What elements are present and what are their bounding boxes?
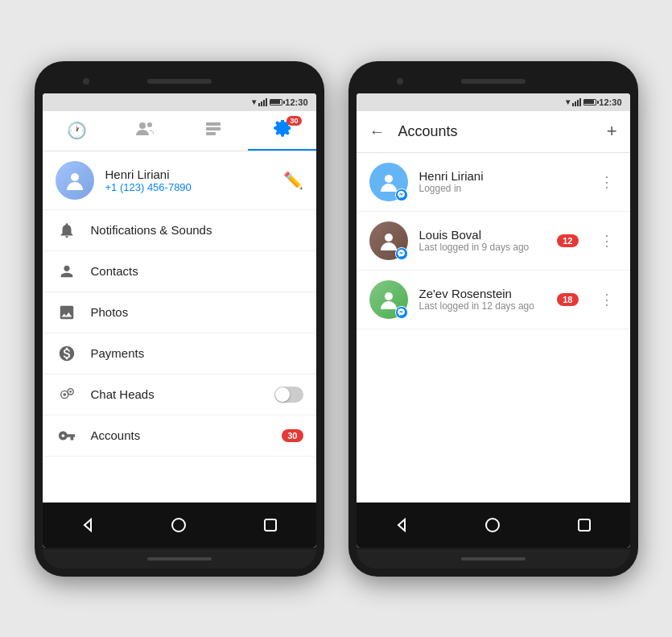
bottom-nav-2 xyxy=(357,503,630,548)
account-name-zeev: Ze'ev Rosenstein xyxy=(419,287,546,300)
account-status-zeev: Last logged in 12 days ago xyxy=(419,300,546,312)
account-avatar-wrap-zeev xyxy=(369,280,408,319)
settings-badge: 30 xyxy=(287,116,301,126)
recent-button-1[interactable] xyxy=(256,511,285,540)
svg-rect-12 xyxy=(265,519,276,531)
signal-bar-1b xyxy=(572,103,574,106)
settings-item-contacts[interactable]: Contacts xyxy=(43,251,316,292)
home-button-1[interactable] xyxy=(164,511,193,540)
svg-point-8 xyxy=(63,393,66,396)
phone-screen-1: ▾ 12:30 � xyxy=(43,93,316,548)
svg-marker-16 xyxy=(398,519,405,531)
settings-item-payments[interactable]: Payments xyxy=(43,333,316,374)
svg-rect-3 xyxy=(206,127,221,130)
svg-point-15 xyxy=(385,292,393,300)
account-name-henri: Henri Liriani xyxy=(419,169,585,183)
battery-fill-2 xyxy=(584,100,594,104)
edit-icon[interactable]: ✏️ xyxy=(283,171,303,190)
bottom-chin-1 xyxy=(43,549,316,569)
notifications-icon xyxy=(56,221,78,239)
status-time-1: 12:30 xyxy=(285,97,307,107)
messages-icon xyxy=(205,122,221,140)
back-button-accounts[interactable]: ← xyxy=(369,122,385,141)
signal-bar-4 xyxy=(266,98,267,106)
payments-label: Payments xyxy=(91,346,303,360)
phone-accounts: ▾ 12:30 ← Accounts + xyxy=(348,61,638,577)
svg-point-9 xyxy=(69,390,72,392)
svg-point-13 xyxy=(385,175,393,183)
settings-item-accounts[interactable]: Accounts 30 xyxy=(43,416,316,457)
chatheads-icon xyxy=(56,386,78,403)
more-menu-louis[interactable]: ⋮ xyxy=(596,229,617,253)
signal-bar-3 xyxy=(263,100,265,106)
add-account-button[interactable]: + xyxy=(607,121,617,142)
svg-point-11 xyxy=(172,519,185,532)
svg-point-0 xyxy=(139,122,146,129)
tab-people[interactable] xyxy=(111,111,179,151)
chatheads-label: Chat Heads xyxy=(91,387,262,401)
payments-icon xyxy=(56,345,78,362)
contacts-label: Contacts xyxy=(91,264,303,278)
messenger-badge-louis xyxy=(395,247,408,260)
bottom-strip-1 xyxy=(147,557,212,560)
photos-icon xyxy=(56,304,78,321)
svg-rect-4 xyxy=(206,132,216,135)
account-status-henri: Logged in xyxy=(419,183,585,194)
tab-settings[interactable]: 30 xyxy=(248,111,316,151)
account-avatar-wrap-henri xyxy=(369,163,408,201)
zeev-badge: 18 xyxy=(557,293,578,306)
phone-screen-2: ▾ 12:30 ← Accounts + xyxy=(357,93,630,548)
signal-bar-2 xyxy=(261,101,262,106)
people-icon xyxy=(136,122,154,140)
svg-rect-2 xyxy=(206,122,221,126)
front-camera-2 xyxy=(397,78,403,85)
account-info-zeev: Ze'ev Rosenstein Last logged in 12 days … xyxy=(419,287,546,312)
battery-icon xyxy=(270,99,282,105)
more-menu-zeev[interactable]: ⋮ xyxy=(596,287,617,312)
accounts-label: Accounts xyxy=(91,428,270,442)
account-item-henri[interactable]: Henri Liriani Logged in ⋮ xyxy=(357,153,630,212)
more-menu-henri[interactable]: ⋮ xyxy=(596,170,617,194)
account-status-louis: Last logged in 9 days ago xyxy=(419,242,546,253)
settings-content: Henri Liriani +1 (123) 456-7890 ✏️ Notif… xyxy=(43,151,316,503)
svg-point-17 xyxy=(486,519,499,532)
signal-bar-4b xyxy=(579,98,581,106)
tab-messages[interactable] xyxy=(179,111,248,151)
messenger-badge-henri xyxy=(395,188,408,201)
recent-icon: 🕐 xyxy=(67,121,87,140)
phone-settings: ▾ 12:30 � xyxy=(35,61,324,577)
account-item-louis[interactable]: Louis Boval Last logged in 9 days ago 12… xyxy=(357,212,630,271)
back-button-2[interactable] xyxy=(387,511,416,540)
settings-item-notifications[interactable]: Notifications & Sounds xyxy=(43,210,316,251)
accounts-badge: 30 xyxy=(282,429,303,442)
status-icons-1: ▾ 12:30 xyxy=(252,97,307,107)
account-item-zeev[interactable]: Ze'ev Rosenstein Last logged in 12 days … xyxy=(357,271,630,329)
louis-badge: 12 xyxy=(557,234,578,247)
signal-icon-2 xyxy=(572,98,581,106)
profile-phone: +1 (123) 456-7890 xyxy=(105,181,272,193)
profile-avatar xyxy=(56,161,94,200)
svg-rect-18 xyxy=(579,519,590,531)
status-time-2: 12:30 xyxy=(599,97,621,107)
tab-recent[interactable]: 🕐 xyxy=(43,111,111,151)
photos-label: Photos xyxy=(91,305,303,319)
toggle-knob xyxy=(275,387,290,402)
account-name-louis: Louis Boval xyxy=(419,228,546,242)
signal-icon xyxy=(258,98,267,106)
signal-bar-1 xyxy=(258,103,260,106)
signal-bar-2b xyxy=(575,101,576,106)
messenger-badge-zeev xyxy=(395,306,408,319)
chatheads-toggle[interactable] xyxy=(274,387,303,403)
accounts-list: Henri Liriani Logged in ⋮ xyxy=(357,153,630,503)
profile-info: Henri Liriani +1 (123) 456-7890 xyxy=(105,168,272,193)
back-button-1[interactable] xyxy=(73,511,102,540)
nav-tabs: 🕐 xyxy=(43,111,316,151)
settings-item-photos[interactable]: Photos xyxy=(43,292,316,333)
recent-button-2[interactable] xyxy=(570,511,599,540)
battery-fill xyxy=(270,100,280,104)
profile-row[interactable]: Henri Liriani +1 (123) 456-7890 ✏️ xyxy=(43,151,316,210)
phone-speaker-1 xyxy=(147,79,212,84)
settings-item-chatheads[interactable]: Chat Heads xyxy=(43,374,316,416)
home-button-2[interactable] xyxy=(478,511,507,540)
status-bar-2: ▾ 12:30 xyxy=(357,93,630,111)
